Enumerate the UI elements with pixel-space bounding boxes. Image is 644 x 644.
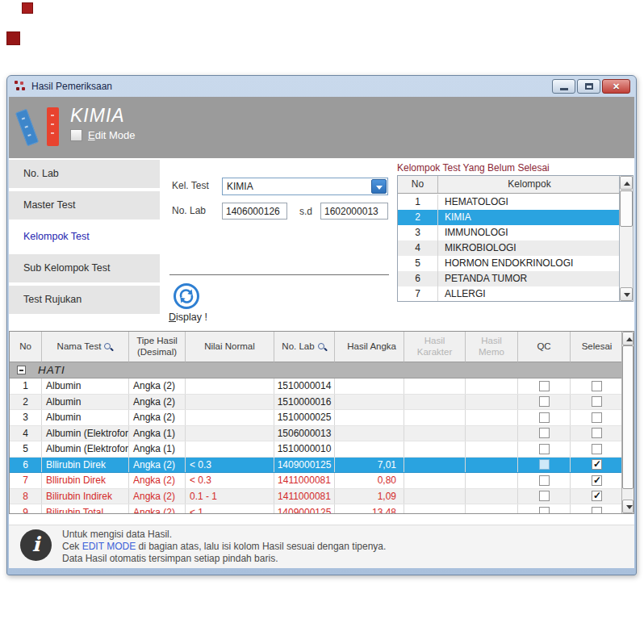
cell xyxy=(404,473,466,488)
edit-mode-checkbox[interactable] xyxy=(70,129,82,141)
grid-scrollbar[interactable] xyxy=(621,332,634,513)
sidebar-item-test-rujukan[interactable]: Test Rujukan xyxy=(9,286,160,314)
grid-row[interactable]: 1AlbuminAngka (2)1510000014 xyxy=(10,378,634,395)
collapse-minus-icon[interactable] xyxy=(17,366,26,374)
sidebar-item-kelompok-test[interactable]: Kelompok Test xyxy=(9,223,160,251)
magnifier-icon[interactable] xyxy=(103,342,113,352)
cell xyxy=(404,458,466,473)
pending-row[interactable]: 5HORMON ENDOKRINOLOGI xyxy=(398,256,621,271)
col-selesai[interactable]: Selesai xyxy=(571,332,623,362)
selesai-checkbox[interactable] xyxy=(592,381,602,391)
grid-row[interactable]: 9Bilirubin TotalAngka (2)< 1140900012513… xyxy=(10,504,634,513)
col-nilai-normal[interactable]: Nilai Normal xyxy=(186,332,274,362)
selesai-checkbox[interactable] xyxy=(592,412,602,423)
edit-mode-label: Edit Mode xyxy=(88,129,136,141)
cell: 7 xyxy=(398,286,438,301)
pending-row[interactable]: 1HEMATOLOGI xyxy=(398,194,621,210)
cell: 5 xyxy=(10,441,42,457)
sidebar-item-master-test[interactable]: Master Test xyxy=(9,191,160,220)
qc-checkbox[interactable] xyxy=(539,507,550,513)
pending-row[interactable]: 4MIKROBIOLOGI xyxy=(398,240,621,256)
pending-row[interactable]: 3IMMUNOLOGI xyxy=(398,225,621,240)
minimize-button[interactable] xyxy=(552,79,575,94)
col-qc[interactable]: QC xyxy=(518,332,571,362)
qc-checkbox[interactable] xyxy=(539,475,550,486)
grid-row[interactable]: 2AlbuminAngka (2)1510000016 xyxy=(10,395,634,411)
title-bar[interactable]: Hasil Pemeriksaan ✕ xyxy=(7,76,636,97)
scroll-down-icon[interactable] xyxy=(620,287,633,301)
grid-row[interactable]: 6Bllirubin DirekAngka (2)< 0.31409000125… xyxy=(10,458,634,474)
grid-row[interactable]: 4Albumin (ElektroforesAngka (1)150600001… xyxy=(10,426,634,442)
cell: 13,48 xyxy=(335,504,404,513)
cell: 7,01 xyxy=(335,458,404,473)
col-tipe-hasil[interactable]: Tipe Hasil (Desimal) xyxy=(129,332,186,362)
grid-row[interactable]: 5Albumin (ElektroforesAngka (1)151000001… xyxy=(10,441,634,458)
cell xyxy=(518,489,571,504)
qc-checkbox[interactable] xyxy=(539,459,550,470)
display-button[interactable] xyxy=(174,283,199,309)
scroll-up-icon[interactable] xyxy=(622,332,634,345)
selesai-checkbox[interactable] xyxy=(592,507,602,513)
pending-col-kelompok[interactable]: Kelompok xyxy=(438,176,621,193)
cell xyxy=(466,426,518,441)
cell xyxy=(571,504,623,513)
maximize-button[interactable] xyxy=(577,79,600,94)
cell xyxy=(466,473,518,488)
close-button[interactable]: ✕ xyxy=(602,79,630,94)
scroll-down-icon[interactable] xyxy=(622,500,634,513)
col-hasil-angka[interactable]: Hasil Angka xyxy=(335,332,404,362)
scroll-up-icon[interactable] xyxy=(620,176,633,190)
qc-checkbox[interactable] xyxy=(539,444,550,454)
grid-row[interactable]: 7Bllirubin DirekAngka (2)< 0.31411000081… xyxy=(10,473,634,489)
grid-row[interactable]: 8Bilirubin IndirekAngka (2)0.1 - 1141100… xyxy=(10,489,634,505)
qc-checkbox[interactable] xyxy=(539,381,550,391)
selesai-checkbox[interactable] xyxy=(592,396,602,407)
pending-row[interactable]: 7ALLERGI xyxy=(398,286,621,301)
chevron-down-icon[interactable] xyxy=(371,179,387,194)
cell: 8 xyxy=(10,489,42,504)
magnifier-icon[interactable] xyxy=(317,342,327,352)
selesai-checkbox[interactable] xyxy=(592,459,602,470)
pending-row[interactable]: 2KIMIA xyxy=(398,210,621,225)
col-nama-test[interactable]: Nama Test xyxy=(42,332,129,362)
col-no-lab[interactable]: No. Lab xyxy=(274,332,335,362)
cell xyxy=(404,441,466,457)
selesai-checkbox[interactable] xyxy=(592,428,602,438)
cell xyxy=(404,426,466,441)
cell xyxy=(186,426,274,441)
col-no[interactable]: No xyxy=(10,332,42,362)
qc-checkbox[interactable] xyxy=(539,396,550,407)
edit-mode-accesskey: E xyxy=(88,129,95,141)
cell xyxy=(571,410,623,425)
no-lab-to-input[interactable] xyxy=(320,203,388,220)
scrollbar-thumb[interactable] xyxy=(622,345,634,489)
no-lab-from-input[interactable] xyxy=(222,203,287,220)
pending-scrollbar[interactable] xyxy=(619,176,633,301)
kel-test-combobox[interactable]: KIMIA xyxy=(222,178,388,195)
cell: Angka (2) xyxy=(129,458,186,473)
qc-checkbox[interactable] xyxy=(539,412,550,423)
cell xyxy=(571,378,623,394)
sidebar-item-no-lab[interactable]: No. Lab xyxy=(9,160,160,188)
selesai-checkbox[interactable] xyxy=(592,444,602,454)
stray-red-square xyxy=(22,2,33,14)
qc-checkbox[interactable] xyxy=(539,491,550,501)
display-label[interactable]: Display ! xyxy=(169,312,207,323)
info-panel: i Untuk mengisi data Hasil. Cek EDIT MOD… xyxy=(9,525,634,568)
selesai-checkbox[interactable] xyxy=(592,475,602,486)
selesai-checkbox[interactable] xyxy=(592,491,602,501)
grid-row[interactable]: 3AlbuminAngka (2)1510000025 xyxy=(10,410,634,426)
cell: Angka (2) xyxy=(129,489,186,504)
refresh-icon xyxy=(177,286,196,306)
cell: 6 xyxy=(398,271,438,286)
scrollbar-thumb[interactable] xyxy=(620,190,633,227)
sidebar-item-sub-kelompok-test[interactable]: Sub Kelompok Test xyxy=(9,254,160,282)
cell: 2 xyxy=(10,395,42,410)
col-label: No. Lab xyxy=(282,341,314,352)
cell xyxy=(466,504,518,513)
info-line-3: Data Hasil otomatis tersimpan setiap pin… xyxy=(62,553,386,565)
qc-checkbox[interactable] xyxy=(539,428,550,438)
pending-row[interactable]: 6PETANDA TUMOR xyxy=(398,271,621,286)
pending-col-no[interactable]: No xyxy=(398,176,438,193)
group-row-hati[interactable]: HATI xyxy=(10,362,634,378)
